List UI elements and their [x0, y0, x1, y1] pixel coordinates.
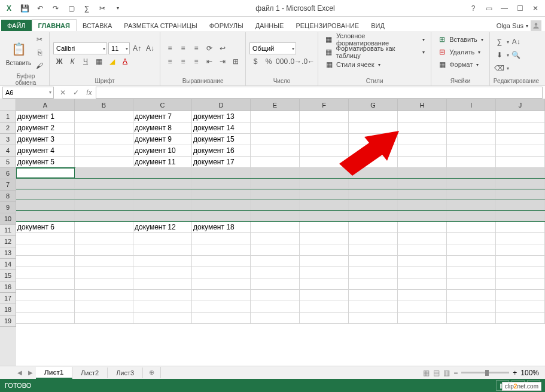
view-normal-icon[interactable]: ▦	[423, 369, 430, 377]
sheet-tab-3[interactable]: Лист3	[108, 368, 143, 378]
row-header[interactable]: 13	[0, 247, 16, 259]
cell[interactable]	[251, 278, 300, 290]
cell[interactable]	[192, 278, 251, 290]
column-header-A[interactable]: A	[16, 99, 75, 111]
zoom-in-icon[interactable]: +	[513, 369, 517, 377]
zoom-out-icon[interactable]: −	[453, 369, 458, 377]
font-size-select[interactable]: 11	[108, 42, 130, 54]
cell[interactable]	[251, 179, 300, 189]
cell[interactable]	[75, 233, 133, 244]
tab-file[interactable]: ФАЙЛ	[1, 20, 32, 31]
minimize-icon[interactable]: —	[497, 2, 511, 15]
cell[interactable]	[75, 179, 133, 189]
cell[interactable]	[398, 278, 447, 290]
autosum-icon[interactable]: ∑	[80, 2, 93, 15]
cell[interactable]	[75, 301, 133, 313]
cell[interactable]	[133, 313, 192, 324]
cell[interactable]	[192, 267, 251, 278]
cell[interactable]	[16, 189, 75, 200]
cell[interactable]	[447, 211, 496, 221]
fx-icon[interactable]: fx	[83, 87, 96, 99]
cell[interactable]	[300, 211, 349, 221]
cell[interactable]	[192, 256, 251, 267]
column-header-C[interactable]: C	[133, 99, 192, 111]
cell[interactable]	[16, 313, 75, 324]
cell[interactable]	[251, 256, 300, 267]
cell[interactable]: документ 1	[16, 111, 75, 122]
cell[interactable]	[447, 233, 496, 244]
cell[interactable]	[398, 313, 447, 324]
number-format-select[interactable]: Общий	[249, 42, 296, 54]
cell[interactable]: документ 5	[16, 157, 75, 168]
cell[interactable]: документ 18	[192, 222, 251, 233]
row-header[interactable]: 6	[0, 168, 16, 179]
cell[interactable]	[251, 267, 300, 278]
save-icon[interactable]: 💾	[18, 2, 31, 15]
cell[interactable]	[16, 244, 75, 256]
cell[interactable]	[447, 278, 496, 290]
zoom-control[interactable]: ▦ ▤ ▥ − + 100%	[423, 369, 545, 377]
cell[interactable]	[398, 122, 447, 134]
cell[interactable]	[300, 111, 349, 122]
italic-button[interactable]: К	[66, 56, 78, 68]
cell[interactable]	[447, 122, 496, 134]
format-painter-button[interactable]: 🖌	[34, 60, 45, 72]
cell[interactable]: документ 17	[192, 157, 251, 168]
row-header[interactable]: 16	[0, 281, 16, 293]
cell[interactable]	[75, 244, 133, 256]
clear-button[interactable]: ⌫	[494, 62, 506, 74]
percent-button[interactable]: %	[263, 56, 275, 68]
cell[interactable]	[447, 290, 496, 301]
zoom-slider[interactable]	[461, 372, 509, 373]
cell[interactable]: документ 6	[16, 222, 75, 233]
cell[interactable]	[251, 222, 300, 233]
fill-button[interactable]: ⬇	[494, 49, 506, 61]
cell[interactable]	[75, 278, 133, 290]
bold-button[interactable]: Ж	[53, 56, 65, 68]
formula-input[interactable]	[96, 87, 543, 99]
cell[interactable]	[349, 157, 398, 168]
row-header[interactable]: 15	[0, 270, 16, 281]
cell[interactable]	[133, 189, 192, 200]
ribbon-options-icon[interactable]: ▭	[482, 2, 496, 15]
font-family-select[interactable]: Calibri	[53, 42, 107, 54]
cell[interactable]: документ 8	[133, 122, 192, 134]
autosum-button[interactable]: ∑	[494, 36, 506, 48]
increase-indent-button[interactable]: ⇥	[217, 56, 229, 68]
cell[interactable]	[349, 211, 398, 221]
tab-data[interactable]: ДАННЫЕ	[249, 20, 290, 31]
cell[interactable]	[398, 256, 447, 267]
tab-review[interactable]: РЕЦЕНЗИРОВАНИЕ	[290, 20, 365, 31]
cell[interactable]	[16, 267, 75, 278]
decrease-font-button[interactable]: A↓	[144, 42, 156, 54]
cell[interactable]: документ 13	[192, 111, 251, 122]
merge-button[interactable]: ⊞	[230, 56, 242, 68]
cell[interactable]	[398, 189, 447, 200]
currency-button[interactable]: $	[249, 56, 261, 68]
tab-formulas[interactable]: ФОРМУЛЫ	[203, 20, 249, 31]
cell[interactable]	[133, 278, 192, 290]
cell[interactable]	[349, 313, 398, 324]
cell[interactable]	[398, 168, 447, 178]
row-header[interactable]: 3	[0, 134, 16, 145]
cell[interactable]	[496, 134, 545, 145]
cell[interactable]: документ 14	[192, 122, 251, 134]
cell[interactable]	[496, 179, 545, 189]
cell[interactable]	[300, 278, 349, 290]
cell[interactable]	[75, 145, 133, 157]
cell[interactable]	[133, 244, 192, 256]
row-header[interactable]: 14	[0, 259, 16, 270]
cell[interactable]	[300, 189, 349, 200]
cell[interactable]	[349, 233, 398, 244]
cell[interactable]	[251, 290, 300, 301]
cancel-formula-icon[interactable]: ✕	[56, 87, 69, 99]
cell[interactable]	[398, 301, 447, 313]
column-header-F[interactable]: F	[300, 99, 349, 111]
row-header[interactable]: 5	[0, 157, 16, 168]
new-icon[interactable]: ▢	[65, 2, 78, 15]
cell[interactable]	[133, 233, 192, 244]
row-header[interactable]: 7	[0, 179, 16, 191]
cell[interactable]	[447, 313, 496, 324]
row-header[interactable]: 2	[0, 122, 16, 134]
cell[interactable]	[349, 200, 398, 210]
